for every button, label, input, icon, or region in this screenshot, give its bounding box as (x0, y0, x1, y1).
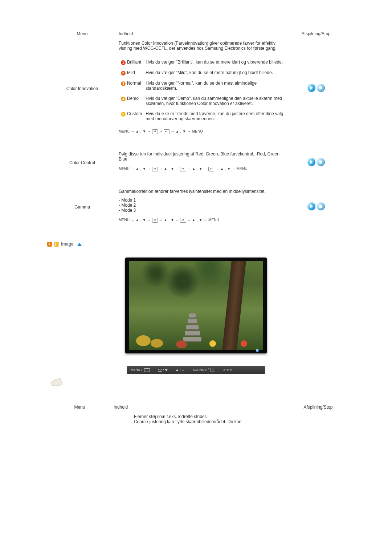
opt-name-demo: Demo (127, 96, 139, 101)
badge-1-icon: 1 (121, 60, 126, 65)
coarse-line-1: Fjerner støj som f.eks. lodrette striber… (134, 414, 290, 419)
nav-sequence-gamma: MENU → ▲ , ▼ → ↵ → ▲ , ▼ → ↵ → ▲ , ▼ → M… (119, 218, 286, 223)
enter-key-icon: ↵ (208, 167, 214, 171)
play-button[interactable] (307, 202, 315, 210)
color-control-text: Følg disse trin for individuel justering… (119, 151, 286, 162)
gamma-mode-1: - Mode 1 (119, 198, 286, 203)
row-content-coarse: Fjerner støj som f.eks. lodrette striber… (112, 412, 291, 426)
row-label-color-innovation: Color Innovation (47, 39, 117, 138)
gamma-text: Gammakorrektion ændrer farvernes lysinte… (119, 189, 286, 194)
enter-key-icon: ↵ (180, 167, 186, 171)
eye-icon (158, 369, 162, 372)
gamma-mode-3: - Mode 3 (119, 208, 286, 213)
enter-key-icon: ↵ (152, 218, 158, 223)
stop-button[interactable] (317, 84, 325, 92)
bb-source: SOURCE / ↵ (193, 368, 215, 372)
row-label-color-control: Color Control (47, 149, 117, 176)
opt-name-custom: Custom (127, 111, 142, 116)
coarse-line-2: Coarse-justering kan flytte skærmbilledo… (134, 419, 290, 424)
enter-key-icon: ↵ (152, 167, 158, 171)
row-content-color-innovation: Funktionen Color Innovation (Farveinnova… (117, 39, 287, 138)
col-header-content-2: Indhold (112, 402, 291, 412)
gamma-mode-2: - Mode 2 (119, 203, 286, 208)
triangle-up-icon (176, 369, 179, 371)
nav-sequence-color-control: MENU → ▲ , ▼ → ↵ → ▲ , ▼ → ↵ → ▲ , ▼ → ↵… (119, 167, 286, 171)
stop-button[interactable] (317, 158, 325, 166)
opt-desc-custom: Hvis du ikke er tilfreds med farverne, k… (144, 109, 285, 123)
opt-name-normal: Normal (127, 81, 141, 86)
col-header-menu: Menu (47, 29, 117, 39)
nav-sequence-color-innovation: MENU → ▲ , ▼ → ↵ → ↵ → ▲ , ▼ → MENU (119, 129, 286, 134)
play-button[interactable] (307, 158, 315, 166)
col-header-content: Indhold (117, 29, 287, 39)
opt-desc-brilliant: Hvis du vælger "Brilliant", kan du se et… (144, 57, 285, 67)
monitor-illustration: MENU / / / SOURCE / ↵ AUTO (47, 253, 345, 402)
settings-table-image: Menu Indhold Afspilning/Stop Fjerner stø… (47, 402, 345, 426)
bb-auto: AUTO (223, 368, 232, 372)
monitor-button-bar: MENU / / / SOURCE / ↵ AUTO (127, 366, 265, 374)
opt-name-brilliant: Brilliant (127, 60, 141, 65)
row-label-gamma: Gamma (47, 187, 117, 227)
badge-5-icon: 5 (121, 112, 126, 117)
badge-2-icon: 2 (121, 71, 126, 76)
color-innovation-options: 1Brilliant Hvis du vælger "Brilliant", k… (119, 57, 286, 124)
play-button[interactable] (307, 84, 315, 92)
section-play-icon (47, 242, 52, 247)
bb-menu: MENU / (131, 368, 150, 372)
document-page: Menu Indhold Afspilning/Stop Color Innov… (40, 0, 352, 448)
brightness-icon (181, 368, 185, 372)
section-title: Image (61, 242, 74, 247)
settings-table-color: Menu Indhold Afspilning/Stop Color Innov… (47, 29, 345, 227)
badge-3-icon: 3 (121, 81, 126, 86)
enter-box-icon: ↵ (211, 368, 215, 372)
col-header-menu-2: Menu (47, 402, 112, 412)
col-header-play-2: Afspilning/Stop (291, 402, 345, 412)
collapse-up-icon[interactable] (77, 243, 82, 246)
stop-button[interactable] (317, 202, 325, 210)
badge-4-icon: 4 (121, 97, 126, 101)
color-innovation-intro: Funktionen Color Innovation (Farveinnova… (119, 41, 286, 57)
col-header-play: Afspilning/Stop (287, 29, 345, 39)
opt-desc-demo: Hvis du vælger "Demo", kan du sammenlign… (144, 94, 285, 108)
monitor-screen-image (129, 261, 263, 350)
opt-desc-mild: Hvis du vælger "Mild", kan du se et mere… (144, 68, 285, 78)
monitor-power-led-icon (256, 349, 259, 352)
section-header-image: Image (47, 242, 345, 247)
enter-key-icon: ↵ (180, 218, 186, 223)
bb-up-sun: / (176, 368, 184, 372)
enter-key-icon: ↵ (164, 129, 170, 134)
bb-eye-down: / (158, 368, 168, 372)
opt-desc-normal: Hvis du vælger "Normal", kan du se den m… (144, 78, 285, 93)
opt-name-mild: Mild (127, 70, 135, 75)
hand-pointer-icon (49, 376, 65, 388)
section-box-icon (54, 242, 59, 247)
triangle-down-icon (165, 369, 168, 371)
enter-key-icon: ↵ (152, 129, 158, 134)
row-content-gamma: Gammakorrektion ændrer farvernes lysinte… (117, 187, 287, 227)
menu-box-icon (144, 368, 150, 372)
row-content-color-control: Følg disse trin for individuel justering… (117, 149, 287, 176)
